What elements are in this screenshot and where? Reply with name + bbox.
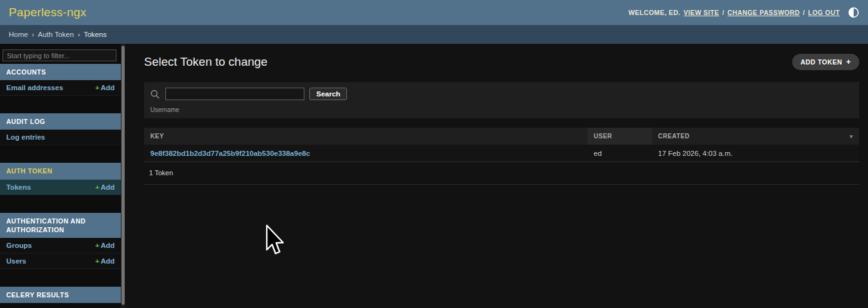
sidebar-item-groups[interactable]: Groups +Add [0,238,121,254]
page-title: Select Token to change [144,55,267,69]
admin-sidebar: ACCOUNTS Email addresses +Add AUDIT LOG … [0,44,125,308]
breadcrumb-separator: › [78,31,80,38]
sidebar-item-users[interactable]: Users +Add [0,254,121,269]
app-title: Paperless-ngx [9,6,86,19]
groups-link[interactable]: Groups [6,242,32,249]
search-hint-username: Username [150,106,852,113]
sidebar-item-tokens[interactable]: Tokens +Add [0,180,121,195]
breadcrumb-separator: › [32,31,34,38]
plus-icon: + [846,59,851,65]
add-user-link[interactable]: +Add [95,257,115,265]
plus-icon: + [95,257,100,265]
search-input[interactable] [165,88,304,100]
breadcrumb-current: Tokens [84,31,106,38]
email-addresses-link[interactable]: Email addresses [6,84,63,91]
users-link[interactable]: Users [6,257,26,265]
token-created-cell: 17 Feb 2026, 4:03 a.m. [652,150,859,157]
sidebar-filter-input[interactable] [3,49,116,61]
user-tools: WELCOME, ED. VIEW SITE / CHANGE PASSWORD… [629,7,859,18]
breadcrumb-home-link[interactable]: Home [9,31,28,38]
sidebar-item-log-entries[interactable]: Log entries [0,130,121,145]
app-header: Paperless-ngx WELCOME, ED. VIEW SITE / C… [0,0,868,25]
separator: / [803,9,805,16]
result-count: 1 Token [144,162,859,185]
main-content: Select Token to change ADD TOKEN + Searc… [125,44,868,308]
add-email-address-link[interactable]: +Add [95,84,115,91]
token-key-cell: 9e8f382bd1b2d3d77a25b9f210ab530e338a9e8c [144,150,587,157]
sidebar-scrollbar-thumb[interactable] [121,46,125,305]
log-entries-link[interactable]: Log entries [6,133,45,141]
sidebar-scrollbar[interactable] [121,44,125,308]
tokens-link[interactable]: Tokens [6,183,31,191]
breadcrumb: Home › Auth Token › Tokens [0,25,868,44]
search-icon [150,90,160,99]
paperless-admin-app: Paperless-ngx WELCOME, ED. VIEW SITE / C… [0,0,868,308]
plus-icon: + [95,242,100,249]
column-header-created-label: CREATED [658,133,690,140]
sidebar-section-authentication: AUTHENTICATION AND AUTHORIZATION [0,213,121,238]
table-row: 9e8f382bd1b2d3d77a25b9f210ab530e338a9e8c… [144,145,859,162]
token-key-link[interactable]: 9e8f382bd1b2d3d77a25b9f210ab530e338a9e8c [150,150,310,157]
column-header-user[interactable]: USER [587,128,652,145]
plus-icon: + [95,183,100,191]
token-user-cell: ed [587,150,652,157]
sidebar-item-email-addresses[interactable]: Email addresses +Add [0,80,121,96]
add-label: Add [101,257,115,265]
add-label: Add [101,183,115,191]
column-header-key[interactable]: KEY [144,128,587,145]
tokens-table: KEY USER CREATED ▾ 9e8f382bd1b2d3d77a25b… [144,128,859,185]
welcome-text: WELCOME, ED. [629,9,681,16]
sort-arrow-icon[interactable]: ▾ [850,133,853,140]
search-panel: Search Username [144,82,859,118]
separator: / [722,9,724,16]
logout-link[interactable]: LOG OUT [808,9,840,16]
sidebar-section-celery-results: CELERY RESULTS [0,287,121,303]
add-label: Add [101,84,115,91]
change-password-link[interactable]: CHANGE PASSWORD [728,9,800,16]
add-label: Add [101,242,115,249]
breadcrumb-authtoken-link[interactable]: Auth Token [38,31,74,38]
search-button[interactable]: Search [309,88,347,100]
add-token-button-label: ADD TOKEN [800,58,842,66]
add-token-button[interactable]: ADD TOKEN + [792,54,859,70]
column-header-created[interactable]: CREATED ▾ [652,128,859,145]
add-token-link[interactable]: +Add [95,183,115,191]
add-group-link[interactable]: +Add [95,242,115,249]
sidebar-section-auth-token: AUTH TOKEN [0,163,121,179]
view-site-link[interactable]: VIEW SITE [684,9,720,16]
sidebar-section-audit-log: AUDIT LOG [0,113,121,130]
theme-toggle-button[interactable] [848,7,859,18]
sidebar-section-accounts: ACCOUNTS [0,64,121,80]
contrast-icon [848,7,859,18]
table-header-row: KEY USER CREATED ▾ [144,128,859,145]
plus-icon: + [95,84,100,91]
